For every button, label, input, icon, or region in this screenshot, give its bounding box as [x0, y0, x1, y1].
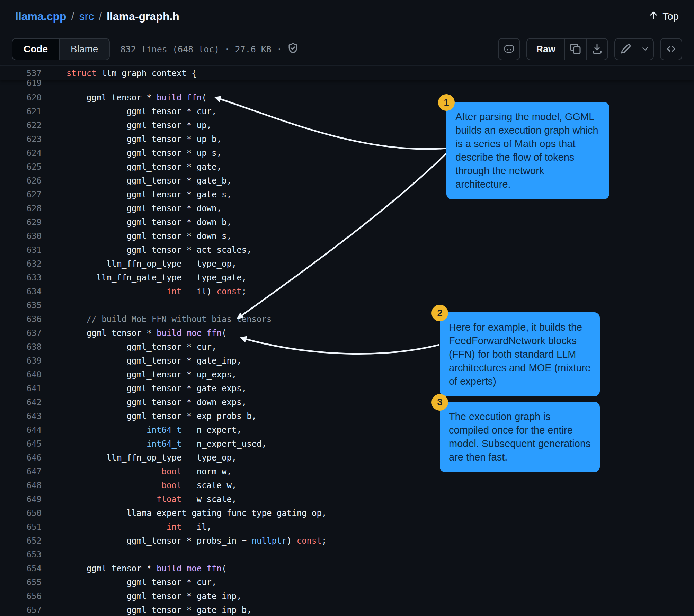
- raw-button[interactable]: Raw: [527, 39, 564, 60]
- symbols-button[interactable]: [660, 38, 682, 60]
- line-number[interactable]: 648: [0, 479, 42, 492]
- line-content: ggml_tensor * up_exps,: [42, 368, 237, 382]
- line-content: ggml_tensor * build_ffn(: [42, 91, 207, 105]
- line-number[interactable]: 643: [0, 409, 42, 423]
- line-number[interactable]: 637: [0, 326, 42, 340]
- code-line: 650 llama_expert_gating_func_type gating…: [0, 506, 694, 520]
- annotation-text-2: Here for example, it builds the FeedForw…: [449, 321, 591, 388]
- code-line: 635: [0, 298, 694, 312]
- annotation-callout-2: 2 Here for example, it builds the FeedFo…: [440, 312, 600, 396]
- annotation-badge-1: 1: [438, 94, 455, 111]
- line-content: ggml_tensor * cur,: [42, 575, 216, 589]
- edit-menu-button[interactable]: [637, 39, 653, 60]
- edit-group: [614, 38, 654, 60]
- line-content: ggml_tensor * up_s,: [42, 146, 222, 160]
- code-blame-switch: Code Blame: [12, 38, 110, 60]
- file-viewer-page: llama.cpp / src / llama-graph.h Top Code…: [0, 0, 694, 616]
- file-header: llama.cpp / src / llama-graph.h Top: [0, 0, 694, 33]
- download-button[interactable]: [586, 39, 607, 60]
- line-content: ggml_tensor * down_b,: [42, 215, 232, 229]
- line-content: llama_expert_gating_func_type gating_op,: [42, 506, 327, 520]
- line-number[interactable]: 633: [0, 271, 42, 285]
- file-toolbar: Code Blame 832 lines (648 loc) · 27.6 KB…: [0, 33, 694, 66]
- line-number[interactable]: 656: [0, 589, 42, 603]
- line-number[interactable]: 642: [0, 395, 42, 409]
- line-number[interactable]: 621: [0, 105, 42, 118]
- code-line: 633 llm_ffn_gate_type type_gate,: [0, 271, 694, 285]
- line-number[interactable]: 624: [0, 146, 42, 160]
- breadcrumb-separator: /: [99, 10, 102, 23]
- line-number[interactable]: 644: [0, 423, 42, 437]
- line-number[interactable]: 635: [0, 298, 42, 312]
- line-content: ggml_tensor * cur,: [42, 105, 216, 118]
- line-number[interactable]: 628: [0, 202, 42, 215]
- annotation-badge-3: 3: [431, 394, 448, 411]
- line-number[interactable]: 629: [0, 215, 42, 229]
- code-line: 634 int il) const;: [0, 285, 694, 298]
- line-content: ggml_tensor * up,: [42, 118, 212, 132]
- tab-code[interactable]: Code: [12, 39, 60, 60]
- line-number[interactable]: 623: [0, 132, 42, 146]
- breadcrumb-file-name: llama-graph.h: [107, 10, 179, 23]
- line-number[interactable]: 652: [0, 534, 42, 548]
- code-line: 629 ggml_tensor * down_b,: [0, 215, 694, 229]
- line-number[interactable]: 619: [0, 80, 42, 91]
- shield-check-icon[interactable]: [287, 43, 299, 56]
- line-number[interactable]: 632: [0, 257, 42, 271]
- tab-blame[interactable]: Blame: [60, 39, 109, 60]
- line-content: ggml_tensor * gate_b,: [42, 174, 232, 188]
- line-content: int64_t n_expert,: [42, 423, 242, 437]
- line-number[interactable]: 640: [0, 368, 42, 382]
- line-number[interactable]: 647: [0, 465, 42, 479]
- line-number[interactable]: 537: [0, 66, 42, 80]
- line-content: [42, 548, 66, 562]
- line-number[interactable]: 651: [0, 520, 42, 534]
- line-number[interactable]: 654: [0, 562, 42, 575]
- breadcrumb-dir-link[interactable]: src: [79, 10, 94, 23]
- line-number[interactable]: 646: [0, 451, 42, 465]
- line-number[interactable]: 622: [0, 118, 42, 132]
- line-content: bool scale_w,: [42, 479, 237, 492]
- line-number[interactable]: 649: [0, 492, 42, 506]
- line-number[interactable]: 625: [0, 160, 42, 174]
- line-number[interactable]: 631: [0, 243, 42, 257]
- line-content: ggml_tensor * down_s,: [42, 229, 232, 243]
- line-number[interactable]: 626: [0, 174, 42, 188]
- line-content: [42, 80, 66, 91]
- copy-icon: [570, 43, 581, 55]
- line-number[interactable]: 653: [0, 548, 42, 562]
- line-content: struct llm_graph_context {: [42, 66, 197, 80]
- code-line: 619: [0, 80, 694, 91]
- line-content: ggml_tensor * gate,: [42, 160, 222, 174]
- breadcrumb-repo-link[interactable]: llama.cpp: [15, 10, 66, 23]
- line-number[interactable]: 638: [0, 340, 42, 354]
- line-number[interactable]: 639: [0, 354, 42, 368]
- code-line: 537struct llm_graph_context {: [0, 66, 694, 80]
- copilot-button[interactable]: [498, 38, 520, 60]
- back-to-top-link[interactable]: Top: [649, 10, 679, 23]
- code-line: 649 float w_scale,: [0, 492, 694, 506]
- annotation-badge-2: 2: [431, 305, 448, 321]
- toolbar-actions: Raw: [498, 38, 682, 60]
- line-number[interactable]: 650: [0, 506, 42, 520]
- line-number[interactable]: 634: [0, 285, 42, 298]
- copy-button[interactable]: [564, 39, 586, 60]
- line-number[interactable]: 657: [0, 603, 42, 616]
- code-line: 652 ggml_tensor * probs_in = nullptr) co…: [0, 534, 694, 548]
- line-content: ggml_tensor * down_exps,: [42, 395, 247, 409]
- line-number[interactable]: 641: [0, 382, 42, 395]
- line-number[interactable]: 636: [0, 312, 42, 326]
- code-line: 651 int il,: [0, 520, 694, 534]
- file-meta: 832 lines (648 loc) · 27.6 KB ·: [120, 43, 299, 56]
- line-content: ggml_tensor * up_b,: [42, 132, 222, 146]
- line-number[interactable]: 620: [0, 91, 42, 105]
- edit-button[interactable]: [615, 39, 637, 60]
- annotation-text-1: After parsing the model, GGML builds an …: [455, 110, 600, 191]
- line-number[interactable]: 627: [0, 188, 42, 202]
- line-number[interactable]: 630: [0, 229, 42, 243]
- line-content: llm_ffn_op_type type_op,: [42, 257, 237, 271]
- code-symbols-icon: [666, 43, 677, 55]
- line-content: ggml_tensor * gate_inp_b,: [42, 603, 252, 616]
- line-number[interactable]: 645: [0, 437, 42, 451]
- line-number[interactable]: 655: [0, 575, 42, 589]
